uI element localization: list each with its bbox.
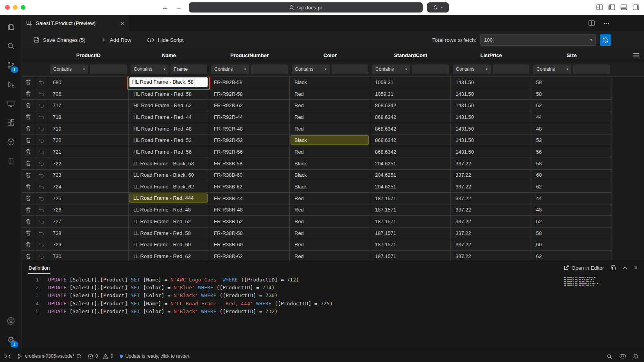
search-icon[interactable] [2, 36, 20, 56]
cell-standardcost[interactable]: 187.1571 [370, 228, 451, 239]
cell-size[interactable]: 44 [531, 193, 612, 204]
cell-color[interactable]: Red [290, 146, 370, 158]
sql-code[interactable]: 1UPDATE [SalesLT].[Product] SET [Name] =… [22, 274, 644, 350]
cell-listprice[interactable]: 1431.50 [451, 146, 531, 158]
cell-size[interactable]: 48 [531, 204, 612, 216]
cell-name[interactable]: LL Road Frame - Red, 62 [129, 251, 209, 261]
delete-row-button[interactable] [22, 77, 35, 88]
filter-operator-dropdown[interactable]: Contains▾ [131, 65, 169, 74]
cell-size[interactable]: 60 [531, 239, 612, 251]
cell-color[interactable]: Black [290, 181, 370, 193]
cell-size[interactable]: 52 [531, 216, 612, 228]
revert-row-button[interactable] [35, 158, 48, 170]
cell-productid[interactable]: 723 [48, 170, 129, 181]
cell-productid[interactable]: 718 [48, 111, 129, 123]
cell-listprice[interactable]: 337.22 [451, 251, 531, 261]
cell-listprice[interactable]: 1431.50 [451, 134, 531, 146]
forward-arrow-icon[interactable]: → [176, 3, 182, 12]
minimize-window-button[interactable] [13, 5, 18, 10]
add-row-button[interactable]: Add Row [101, 37, 131, 43]
settings-gear-icon[interactable]: ⚙ 1 [2, 330, 20, 349]
cell-productid[interactable]: 719 [48, 123, 129, 135]
cell-name[interactable]: LL Road Frame - Red, 60 [129, 239, 209, 251]
delete-row-button[interactable] [22, 181, 35, 193]
revert-row-button[interactable] [35, 123, 48, 135]
split-editor-icon[interactable] [588, 20, 595, 26]
delete-row-button[interactable] [22, 88, 35, 100]
close-tab-icon[interactable]: × [120, 20, 124, 26]
column-header-size[interactable]: Size [531, 52, 612, 58]
cell-size[interactable]: 44 [531, 111, 612, 123]
cell-productid[interactable]: 725 [48, 193, 129, 204]
revert-row-button[interactable] [35, 251, 48, 261]
cell-name[interactable]: HL Road Frame - Red, 48 [129, 123, 209, 135]
cell-productnumber[interactable]: FR-R38B-62 [209, 181, 290, 193]
cell-standardcost[interactable]: 187.1571 [370, 193, 451, 204]
cell-color[interactable]: Red [290, 228, 370, 239]
cell-productnumber[interactable]: FR-R92R-58 [209, 88, 290, 100]
cell-color[interactable]: Red [290, 123, 370, 135]
notifications-bell-icon[interactable] [633, 353, 639, 359]
cell-size[interactable]: 56 [531, 146, 612, 158]
cell-productnumber[interactable]: FR-R38B-60 [209, 170, 290, 181]
cell-productnumber[interactable]: FR-R38R-60 [209, 239, 290, 251]
cell-productid[interactable]: 680 [48, 77, 129, 88]
delete-row-button[interactable] [22, 251, 35, 261]
close-panel-icon[interactable]: × [634, 265, 638, 271]
cell-productnumber[interactable]: FR-R92R-44 [209, 111, 290, 123]
close-window-button[interactable] [5, 5, 10, 10]
extensions-icon[interactable] [2, 113, 20, 132]
cell-listprice[interactable]: 1431.50 [451, 88, 531, 100]
cell-color[interactable]: Red [290, 204, 370, 216]
column-menu-icon[interactable] [633, 53, 639, 57]
toggle-secondary-sidebar-icon[interactable] [633, 4, 639, 10]
delete-row-button[interactable] [22, 123, 35, 135]
remote-indicator-icon[interactable] [5, 354, 11, 358]
filter-operator-dropdown[interactable]: Contains▾ [372, 65, 410, 74]
cell-productid[interactable]: 706 [48, 88, 129, 100]
cell-productid[interactable]: 720 [48, 134, 129, 146]
revert-row-button[interactable] [35, 170, 48, 181]
filter-value-input[interactable]: Frame [170, 65, 207, 74]
maximize-panel-icon[interactable] [623, 267, 628, 269]
filter-operator-dropdown[interactable]: Contains▾ [50, 65, 88, 74]
cell-productid[interactable]: 722 [48, 158, 129, 170]
workspace-item[interactable]: croblesm-0305-vscode* [18, 353, 81, 359]
cell-color[interactable]: Red [290, 193, 370, 204]
screencast-zoom-icon[interactable] [606, 353, 612, 359]
zoom-window-button[interactable] [21, 5, 25, 10]
cell-name[interactable]: LL Road Frame - Black, 62 [129, 181, 209, 193]
cell-productid[interactable]: 727 [48, 216, 129, 228]
cell-size[interactable]: 58 [531, 77, 612, 88]
delete-row-button[interactable] [22, 170, 35, 181]
cell-productid[interactable]: 726 [48, 204, 129, 216]
filter-value-input[interactable] [573, 65, 610, 74]
cell-name[interactable]: LL Road Frame - Red, 58 [129, 228, 209, 239]
cell-name[interactable]: HL Road Frame - Red, 52 [129, 134, 209, 146]
titlebar-search[interactable]: sql-docs-pr [189, 2, 423, 13]
cell-standardcost[interactable]: 204.6251 [370, 170, 451, 181]
cell-name[interactable]: HL Road Frame - Black, 58 [129, 77, 209, 88]
filter-operator-dropdown[interactable]: Contains▾ [292, 65, 330, 74]
cell-color[interactable]: Red [290, 239, 370, 251]
package-icon[interactable] [2, 132, 20, 151]
cell-name[interactable]: HL Road Frame - Red, 58 [129, 88, 209, 100]
cell-listprice[interactable]: 337.22 [451, 239, 531, 251]
filter-value-input[interactable] [90, 65, 127, 74]
tab-definition[interactable]: Definition [28, 262, 50, 274]
cell-productnumber[interactable]: FR-R92R-52 [209, 134, 290, 146]
cell-standardcost[interactable]: 868.6342 [370, 100, 451, 111]
cell-productid[interactable]: 730 [48, 251, 129, 261]
cell-standardcost[interactable]: 868.6342 [370, 123, 451, 135]
more-actions-icon[interactable]: ⋯ [603, 20, 610, 27]
cell-color[interactable]: Black [290, 134, 370, 146]
cell-listprice[interactable]: 337.22 [451, 193, 531, 204]
sync-dropdown[interactable]: ▾ [427, 2, 449, 13]
cell-listprice[interactable]: 337.22 [451, 204, 531, 216]
revert-row-button[interactable] [35, 134, 48, 146]
cell-productid[interactable]: 724 [48, 181, 129, 193]
filter-operator-dropdown[interactable]: Contains▾ [533, 65, 571, 74]
cell-size[interactable]: 62 [531, 100, 612, 111]
total-rows-select[interactable]: 100 ▾ [480, 34, 596, 46]
cell-listprice[interactable]: 337.22 [451, 228, 531, 239]
